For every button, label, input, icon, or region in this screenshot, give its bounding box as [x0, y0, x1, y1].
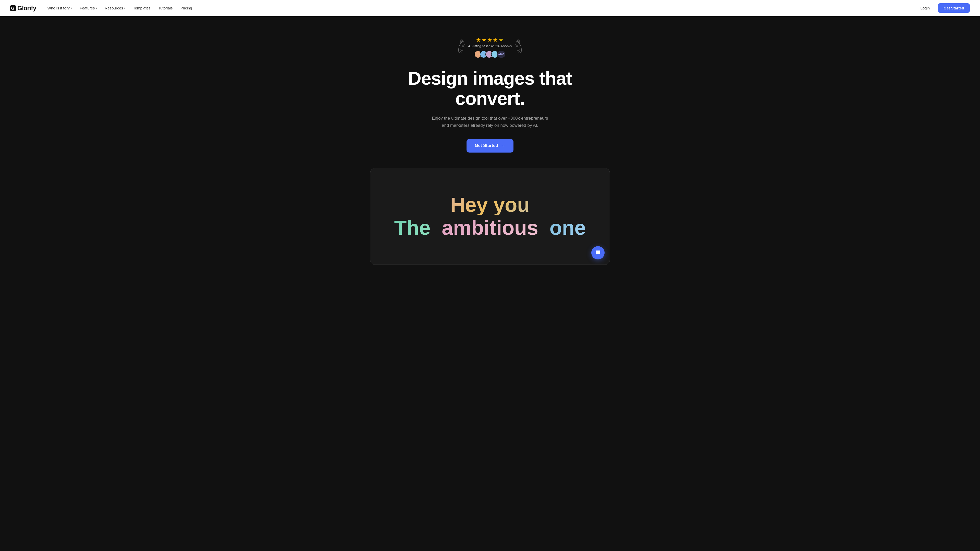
arrow-right-icon: → — [501, 143, 505, 148]
nav-link-tutorials[interactable]: Tutorials — [155, 4, 176, 12]
wreath-left-icon — [450, 38, 465, 56]
nav-links: Who is it for? ▾ Features ▾ Resources ▾ … — [45, 4, 195, 12]
svg-point-10 — [515, 44, 518, 46]
avatar-count: +200 — [496, 51, 506, 58]
rating-content: ★★★★★ 4.6 rating based on 239 reviews +2… — [468, 37, 512, 58]
navbar: G Glorify Who is it for? ▾ Features ▾ Re… — [0, 0, 980, 16]
stars-display: ★★★★★ — [476, 37, 504, 43]
chevron-down-icon: ▾ — [96, 6, 97, 10]
get-started-hero-button[interactable]: Get Started → — [466, 139, 514, 152]
rating-wreath: ★★★★★ 4.6 rating based on 239 reviews +2… — [450, 37, 530, 58]
chat-support-button[interactable] — [591, 246, 605, 259]
demo-text-line1: Hey you — [380, 195, 600, 215]
hero-section: ★★★★★ 4.6 rating based on 239 reviews +2… — [0, 16, 980, 280]
svg-point-6 — [460, 49, 463, 51]
hero-heading: Design images that convert. — [388, 68, 592, 109]
nav-link-resources[interactable]: Resources ▾ — [102, 4, 129, 12]
demo-word-the: The — [394, 216, 430, 239]
login-button[interactable]: Login — [916, 4, 934, 12]
nav-link-features[interactable]: Features ▾ — [76, 4, 100, 12]
svg-point-5 — [462, 46, 464, 48]
rating-badge: ★★★★★ 4.6 rating based on 239 reviews +2… — [450, 37, 530, 58]
svg-point-12 — [517, 49, 519, 51]
svg-point-4 — [462, 44, 465, 46]
chat-icon — [595, 250, 601, 256]
chevron-down-icon: ▾ — [71, 6, 72, 10]
avatars-row: +200 — [474, 51, 506, 58]
logo[interactable]: G Glorify — [10, 5, 36, 12]
demo-word-one: one — [549, 216, 586, 239]
logo-icon: G — [10, 5, 16, 11]
get-started-nav-button[interactable]: Get Started — [938, 3, 970, 13]
svg-point-7 — [458, 51, 462, 53]
demo-text-line2: The ambitious one — [380, 218, 600, 238]
wreath-right-icon — [515, 38, 530, 56]
demo-card: Hey you The ambitious one — [370, 168, 610, 265]
nav-left: G Glorify Who is it for? ▾ Features ▾ Re… — [10, 4, 195, 12]
nav-link-templates[interactable]: Templates — [130, 4, 153, 12]
nav-link-pricing[interactable]: Pricing — [177, 4, 195, 12]
nav-right: Login Get Started — [916, 3, 970, 13]
svg-point-11 — [516, 46, 518, 48]
chevron-down-icon: ▾ — [124, 6, 125, 10]
rating-text: 4.6 rating based on 239 reviews — [468, 44, 512, 48]
nav-link-who-is-it-for[interactable]: Who is it for? ▾ — [45, 4, 75, 12]
hero-subtext: Enjoy the ultimate design tool that over… — [432, 115, 548, 129]
svg-text:G: G — [11, 6, 14, 11]
demo-content: Hey you The ambitious one — [370, 179, 610, 253]
svg-point-13 — [518, 51, 522, 53]
demo-word-ambitious: ambitious — [442, 216, 538, 239]
